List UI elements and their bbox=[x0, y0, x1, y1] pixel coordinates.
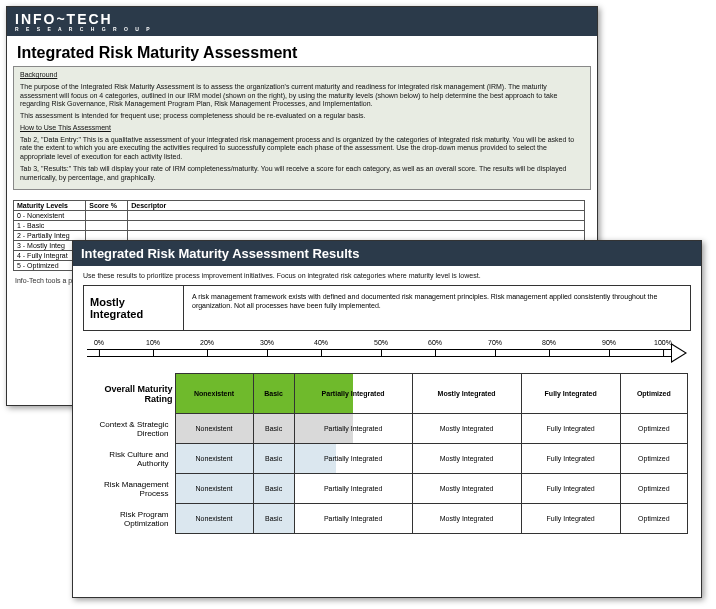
hdr-cell: Optimized bbox=[620, 374, 687, 414]
cell: Optimized bbox=[620, 474, 687, 504]
percent-scale: 0% 10% 20% 30% 40% 50% 60% 70% 80% 90% 1… bbox=[87, 339, 687, 365]
table-row: Context & Strategic Direction Nonexisten… bbox=[83, 414, 688, 444]
summary-level: Mostly Integrated bbox=[84, 286, 184, 330]
cell: Nonexistent bbox=[175, 414, 253, 444]
row-label: Risk Management Process bbox=[83, 474, 175, 504]
cell: Nonexistent bbox=[175, 444, 253, 474]
cell: Mostly Integrated bbox=[412, 474, 521, 504]
results-subtext: Use these results to prioritize process … bbox=[73, 266, 701, 285]
ml-header: Descriptor bbox=[128, 201, 585, 211]
cell: Basic bbox=[253, 414, 294, 444]
background-paragraph: The purpose of the Integrated Risk Matur… bbox=[20, 83, 584, 109]
ml-header: Score % bbox=[86, 201, 128, 211]
cell: Mostly Integrated bbox=[412, 414, 521, 444]
page-title: Integrated Risk Maturity Assessment bbox=[17, 44, 587, 62]
tick-label: 70% bbox=[488, 339, 502, 346]
howto-heading: How to Use This Assessment bbox=[20, 124, 111, 131]
hdr-cell: Basic bbox=[253, 374, 294, 414]
hdr-cell: Nonexistent bbox=[175, 374, 253, 414]
cell: Partially Integrated bbox=[294, 444, 412, 474]
cell: Partially Integrated bbox=[294, 474, 412, 504]
cell: Nonexistent bbox=[175, 474, 253, 504]
tick-label: 50% bbox=[374, 339, 388, 346]
tick-label: 90% bbox=[602, 339, 616, 346]
cell: Nonexistent bbox=[175, 504, 253, 534]
cell: Basic bbox=[253, 444, 294, 474]
tick-label: 40% bbox=[314, 339, 328, 346]
cell: Fully Integrated bbox=[521, 444, 620, 474]
cell: Partially Integrated bbox=[294, 504, 412, 534]
tick-label: 100% bbox=[654, 339, 672, 346]
cell: Basic bbox=[253, 474, 294, 504]
background-box: Background The purpose of the Integrated… bbox=[13, 66, 591, 190]
tick-label: 30% bbox=[260, 339, 274, 346]
cell: Fully Integrated bbox=[521, 414, 620, 444]
cell: Optimized bbox=[620, 504, 687, 534]
tick-label: 10% bbox=[146, 339, 160, 346]
hdr-cell: Partially Integrated bbox=[294, 374, 412, 414]
tick-label: 20% bbox=[200, 339, 214, 346]
brand-subtitle: R E S E A R C H G R O U P bbox=[15, 26, 589, 32]
ml-cell: 0 - Nonexistent bbox=[14, 211, 86, 221]
row-label: Risk Culture and Authority bbox=[83, 444, 175, 474]
row-label: Risk Program Optimization bbox=[83, 504, 175, 534]
cell: Partially Integrated bbox=[294, 414, 412, 444]
summary-box: Mostly Integrated A risk management fram… bbox=[83, 285, 691, 331]
hdr-cell: Fully Integrated bbox=[521, 374, 620, 414]
hdr-cell: Mostly Integrated bbox=[412, 374, 521, 414]
table-row: Risk Culture and Authority Nonexistent B… bbox=[83, 444, 688, 474]
assessment-results-document: Integrated Risk Maturity Assessment Resu… bbox=[72, 240, 702, 598]
cell: Fully Integrated bbox=[521, 504, 620, 534]
tick-label: 80% bbox=[542, 339, 556, 346]
background-paragraph: This assessment is intended for frequent… bbox=[20, 112, 584, 121]
cell: Mostly Integrated bbox=[412, 444, 521, 474]
tick-label: 60% bbox=[428, 339, 442, 346]
howto-paragraph: Tab 2, "Data Entry:" This is a qualitati… bbox=[20, 136, 584, 162]
tick-label: 0% bbox=[94, 339, 104, 346]
brand-name: INFO~TECH bbox=[15, 11, 113, 27]
cell: Fully Integrated bbox=[521, 474, 620, 504]
brand-bar: INFO~TECH R E S E A R C H G R O U P bbox=[7, 7, 597, 36]
row-label: Context & Strategic Direction bbox=[83, 414, 175, 444]
cell: Optimized bbox=[620, 414, 687, 444]
table-row: Risk Management Process Nonexistent Basi… bbox=[83, 474, 688, 504]
cell: Mostly Integrated bbox=[412, 504, 521, 534]
background-heading: Background bbox=[20, 71, 57, 78]
results-title-bar: Integrated Risk Maturity Assessment Resu… bbox=[73, 241, 701, 266]
ml-cell: 1 - Basic bbox=[14, 221, 86, 231]
maturity-rating-table: Overall Maturity Rating Nonexistent Basi… bbox=[83, 373, 688, 534]
cell: Basic bbox=[253, 504, 294, 534]
cell: Optimized bbox=[620, 444, 687, 474]
overall-rating-label: Overall Maturity Rating bbox=[83, 374, 175, 414]
table-header-row: Overall Maturity Rating Nonexistent Basi… bbox=[83, 374, 688, 414]
table-row: Risk Program Optimization Nonexistent Ba… bbox=[83, 504, 688, 534]
howto-paragraph: Tab 3, "Results:" This tab will display … bbox=[20, 165, 584, 183]
ml-header: Maturity Levels bbox=[14, 201, 86, 211]
arrow-right-icon bbox=[671, 343, 687, 363]
summary-description: A risk management framework exists with … bbox=[184, 286, 690, 330]
